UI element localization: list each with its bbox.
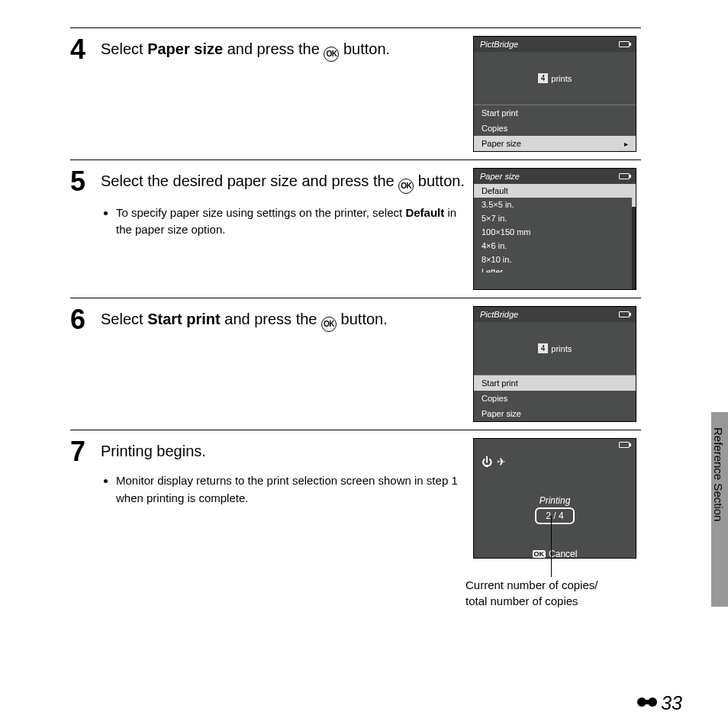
lcd-prints-count: 4 prints [474,52,636,105]
text: Select the desired paper size and press … [101,172,398,189]
bullet-item: Monitor display returns to the print sel… [116,472,467,507]
prints-label: prints [551,74,572,83]
bullet-item: To specify paper size using settings on … [116,205,467,239]
size-option: 100×150 mm [474,225,636,239]
menu-item-paper-size: Paper size [474,406,636,421]
size-option: 4×6 in. [474,239,636,253]
pictbridge-icon: ✈ [497,456,506,468]
text: and press the [221,311,321,327]
menu-item-paper-size-selected: Paper size ▸ [474,136,636,151]
step-title: Select Paper size and press the OK butto… [101,33,467,62]
count-value: 4 [538,343,549,353]
count-value: 4 [538,73,549,83]
step-7: 7 Printing begins. Monitor display retur… [70,430,641,566]
text: Select [101,311,147,327]
camera-lcd-pictbridge: PictBridge 4 prints Start print Copies P… [473,306,636,422]
size-option-default-selected: Default [474,184,636,198]
step-number: 7 [70,435,101,465]
svg-rect-2 [642,700,652,704]
menu-item-copies: Copies [474,391,636,406]
menu-item-start-print: Start print [474,105,636,121]
step-title: Select the desired paper size and press … [101,165,467,194]
step-4: 4 Select Paper size and press the OK but… [70,27,641,159]
option-label: Default [482,186,508,195]
step-number: 5 [70,165,101,195]
text-bold: Default [405,206,444,219]
section-label: Reference Section [712,427,725,521]
ok-button-icon: OK [398,179,414,194]
battery-icon [619,442,630,448]
text: button. [337,311,388,327]
text: Select [101,40,147,57]
camera-lcd-pictbridge: PictBridge 4 prints Start print Copies P… [473,36,636,152]
printing-label: Printing [540,495,571,506]
step-number: 6 [70,303,101,333]
battery-icon [619,41,630,47]
battery-icon [619,173,630,179]
scrollbar-thumb [632,184,636,207]
step-title: Select Start print and press the OK butt… [101,303,467,332]
text-bold: Paper size [147,40,223,57]
text: To specify paper size using settings on … [116,206,405,219]
callout-line [551,516,552,577]
cancel-label: Cancel [549,549,577,559]
cancel-row: OK Cancel [533,549,578,559]
lcd-scrollbar [632,184,636,289]
text: button. [339,40,390,57]
callout-text: Current number of copies/ total number o… [465,577,641,609]
page-number-text: 33 [661,692,682,714]
text: and press the [223,40,324,57]
ok-button-icon: OK [324,47,339,62]
size-option: 8×10 in. [474,253,636,266]
text: button. [414,172,465,189]
step-5: 5 Select the desired paper size and pres… [70,159,641,298]
menu-label: Start print [482,378,518,388]
step-number: 4 [70,33,101,63]
size-option-cut: Letter [474,266,636,272]
size-option: 3.5×5 in. [474,198,636,211]
step-bullets: To specify paper size using settings on … [101,205,467,239]
prints-label: prints [551,344,572,353]
lcd-header: Paper size [480,172,520,181]
menu-item-copies: Copies [474,121,636,136]
ok-chip-icon: OK [533,550,546,558]
lcd-prints-count: 4 prints [474,322,636,375]
page-number: 33 [636,692,682,714]
camera-lcd-paper-size: Paper size Default 3.5×5 in. 5×7 in. 100… [473,168,636,290]
step-bullets: Monitor display returns to the print sel… [101,472,467,507]
lcd-header: PictBridge [480,310,518,319]
menu-item-start-print-selected: Start print [474,375,636,391]
lcd-header: PictBridge [480,40,518,49]
menu-label: Paper size [482,139,521,148]
step-6: 6 Select Start print and press the OK bu… [70,298,641,430]
battery-icon [619,311,630,317]
camera-lcd-printing: ⏻ ✈ Printing 2 / 4 OK Cancel [473,438,636,559]
power-icon: ⏻ [482,456,492,468]
text-bold: Start print [147,311,221,327]
reference-link-icon [636,692,658,714]
print-counter: 2 / 4 [535,507,574,524]
chevron-right-icon: ▸ [624,140,628,148]
step-title: Printing begins. [101,435,467,462]
size-option: 5×7 in. [474,211,636,225]
ok-button-icon: OK [321,317,337,332]
